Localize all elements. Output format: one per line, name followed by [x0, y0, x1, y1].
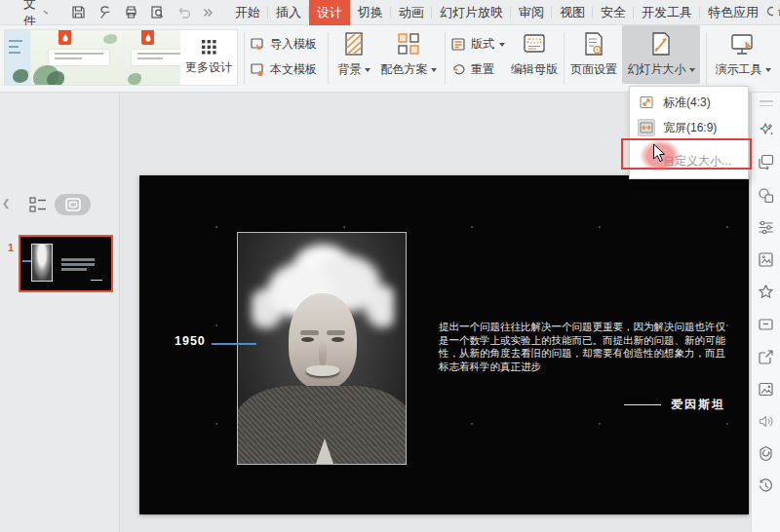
tab-security[interactable]: 安全: [593, 0, 634, 25]
doc-template-icon: [251, 63, 265, 77]
menu-tabs: 开始 插入 设计 切换 动画 幻灯片放映 审阅 视图 安全 开发工具 特色应用: [227, 0, 766, 25]
material-box-icon[interactable]: [758, 316, 774, 332]
template-preview[interactable]: [5, 30, 31, 85]
tab-special-features[interactable]: 特色应用: [700, 0, 766, 25]
dropdown-arrow-icon: [365, 68, 370, 72]
page-setup-label: 页面设置: [570, 61, 617, 78]
switch-slide-icon[interactable]: [758, 154, 774, 171]
image-icon[interactable]: [758, 381, 774, 398]
mini-einstein-photo: [31, 244, 53, 282]
reset-button[interactable]: 重置: [451, 61, 505, 78]
share-icon[interactable]: [758, 349, 774, 365]
background-icon: [343, 32, 365, 57]
menu-item-label: 标准(4:3): [663, 95, 711, 111]
dropdown-arrow-icon: [765, 68, 771, 72]
layout-button[interactable]: 版式: [451, 36, 505, 53]
print-preview-icon[interactable]: [150, 5, 165, 19]
audio-icon[interactable]: [758, 413, 774, 430]
more-designs-button[interactable]: 更多设计: [180, 30, 237, 85]
hot-badge-icon: [141, 30, 154, 45]
widescreen-169-icon: [640, 122, 653, 133]
edit-master-label: 编辑母版: [511, 61, 558, 78]
dropdown-arrow-icon: [431, 68, 437, 72]
color-scheme-button[interactable]: 配色方案: [378, 25, 439, 84]
presentation-tools-icon: [730, 32, 756, 57]
timeline-connector: [212, 343, 256, 345]
slide-size-button[interactable]: 幻灯片大小: [622, 25, 700, 84]
slide-view-toggle[interactable]: [55, 194, 91, 215]
color-scheme-label: 配色方案: [381, 61, 428, 78]
mouse-cursor: [652, 143, 666, 163]
tab-animation[interactable]: 动画: [391, 0, 432, 25]
standard-43-icon: [640, 95, 653, 109]
layout-icon: [451, 38, 466, 52]
smart-beautify-icon[interactable]: [758, 122, 774, 138]
tab-slideshow[interactable]: 幻灯片放映: [432, 0, 511, 25]
adjust-icon[interactable]: [758, 219, 774, 236]
slide-view-icon: [65, 198, 81, 211]
reset-label: 重置: [471, 61, 494, 78]
presentation-tools-button[interactable]: 演示工具: [710, 25, 776, 84]
star-icon[interactable]: [758, 284, 774, 300]
menu-item-standard-43[interactable]: 标准(4:3): [630, 90, 748, 115]
design-doc-icon[interactable]: [758, 251, 774, 268]
photo-shirt: [316, 438, 333, 464]
chevron-down-icon: [43, 10, 48, 15]
edit-master-icon: [523, 32, 546, 57]
year-label[interactable]: 1950: [175, 334, 206, 348]
presentation-tools-label: 演示工具: [716, 61, 762, 78]
slide-canvas[interactable]: 1950 提出一个问题往往比解决一个问题更重要，因为解决问题也许仅是一个数学上或…: [139, 175, 749, 514]
undo-icon[interactable]: [176, 6, 191, 19]
import-template-button[interactable]: 导入模板: [251, 36, 317, 53]
slides-panel: ❮ 1: [0, 93, 120, 532]
tab-view[interactable]: 视图: [552, 0, 593, 25]
tab-transition[interactable]: 切换: [350, 0, 391, 25]
page-setup-icon: [582, 32, 605, 57]
tab-design[interactable]: 设计: [309, 0, 350, 25]
history-icon[interactable]: [758, 477, 774, 494]
edit-master-button[interactable]: 编辑母版: [507, 25, 562, 84]
shapes-icon[interactable]: [758, 187, 774, 204]
tab-developer[interactable]: 开发工具: [634, 0, 700, 25]
doc-template-label: 本文模板: [270, 61, 317, 78]
tab-insert[interactable]: 插入: [268, 0, 309, 25]
right-sidebar: [751, 93, 780, 532]
menu-item-label: 宽屏(16:9): [663, 120, 717, 136]
outline-view-icon[interactable]: [29, 197, 47, 212]
background-button[interactable]: 背景: [333, 25, 374, 84]
attribution-dash: [624, 404, 661, 406]
layout-label: 版式: [471, 36, 494, 53]
color-scheme-icon: [397, 32, 420, 57]
slide-thumbnail[interactable]: [19, 235, 113, 292]
tab-home[interactable]: 开始: [227, 0, 268, 25]
pin-icon[interactable]: [98, 5, 112, 19]
wps-presentation-window: 文件 开始 插入 设计 切换 动画 幻灯片放映 审阅 视图 安全 开发工具 特色…: [0, 0, 780, 532]
print-icon[interactable]: [124, 5, 138, 19]
import-template-label: 导入模板: [270, 36, 317, 53]
einstein-photo[interactable]: [237, 232, 407, 465]
template-preview[interactable]: [31, 30, 124, 85]
tab-review[interactable]: 审阅: [511, 0, 552, 25]
attribution[interactable]: 爱因斯坦: [588, 397, 725, 413]
collapse-panel-icon[interactable]: ❮: [2, 198, 10, 209]
slide-size-icon: [649, 32, 673, 57]
template-title-area: [49, 50, 109, 65]
import-template-icon: [251, 38, 265, 52]
titlebar: 文件 开始 插入 设计 切换 动画 幻灯片放映 审阅 视图 安全 开发工具 特色…: [0, 0, 780, 25]
slide-number: 1: [8, 242, 14, 253]
quote-text[interactable]: 提出一个问题往往比解决一个问题更重要，因为解决问题也许仅是一个数学上或实验上的技…: [439, 321, 725, 373]
menu-item-widescreen-169[interactable]: 宽屏(16:9): [630, 115, 748, 140]
doc-template-button[interactable]: 本文模板: [251, 61, 317, 78]
design-ribbon: 更多设计 导入模板 本文模板 背景: [0, 25, 780, 93]
member-badge-icon[interactable]: [758, 445, 774, 462]
mini-attribution: [91, 280, 102, 282]
slide-size-label: 幻灯片大小: [628, 61, 686, 78]
page-setup-button[interactable]: 页面设置: [567, 25, 620, 84]
search-icon: [766, 6, 773, 19]
hot-badge-icon: [58, 30, 71, 45]
drag-handle[interactable]: [760, 100, 773, 106]
more-chevron-icon[interactable]: [203, 8, 214, 18]
dropdown-arrow-icon: [689, 68, 695, 72]
save-icon[interactable]: [71, 5, 86, 19]
grid-icon: [202, 40, 216, 55]
